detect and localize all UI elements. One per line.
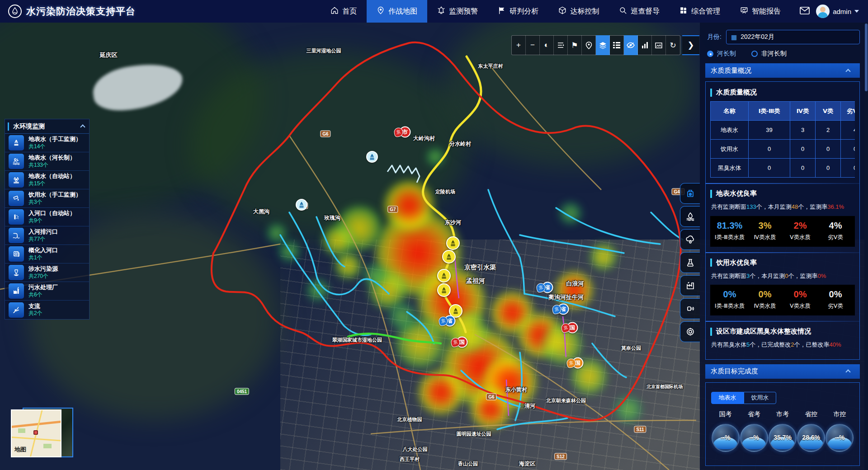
- panel-collapse-button[interactable]: ❯: [682, 35, 699, 55]
- nav-item-综合管理[interactable]: 综合管理: [670, 0, 730, 23]
- report-icon: [740, 6, 748, 16]
- auto-station-marker[interactable]: [296, 199, 307, 211]
- surface-water-station-marker[interactable]: [437, 269, 451, 282]
- caret-down-icon: [854, 10, 859, 13]
- user-menu[interactable]: admin: [816, 5, 859, 18]
- monitor-layer-item[interactable]: 概化入河口共1个: [5, 245, 89, 263]
- basemap-switcher[interactable]: 地图: [11, 406, 74, 461]
- nav-item-智能报告[interactable]: 智能报告: [730, 0, 791, 23]
- water-monitoring-panel: 水环境监测 地表水（手工监测）共14个地表水（河长制）共133个地表水（自动站）…: [5, 119, 90, 320]
- alarm-icon: [437, 6, 445, 16]
- statistics-icon[interactable]: [638, 35, 652, 55]
- monitor-layer-item[interactable]: 入河排污口共77个: [5, 226, 89, 245]
- quality-table: 名称 Ⅰ类-Ⅲ类 Ⅳ类 Ⅴ类 劣Ⅴ类 地表水 39 3 2 4 饮用水 0 0: [710, 101, 855, 178]
- auto-station-marker[interactable]: [366, 151, 378, 163]
- monitor-layer-item[interactable]: 地表水（河长制）共133个: [5, 152, 89, 171]
- fountain-icon: [9, 135, 24, 150]
- radio-river-chief[interactable]: 河长制: [707, 50, 736, 58]
- radio-non-river-chief[interactable]: 非河长制: [751, 50, 787, 58]
- target-card: 地表水 饮用水 国考--%省考--%市考35.7%省控28.6%市控--%: [705, 382, 860, 466]
- visibility-icon[interactable]: [624, 35, 638, 55]
- black-odor-summary: 共有黑臭水体5个，已完成整改2个，已整改率40%: [711, 340, 855, 349]
- flag-icon: [498, 6, 506, 16]
- assessment-section-marker[interactable]: 京市: [394, 127, 411, 138]
- map-toolbar: + − ◐ ⚑ ↻: [511, 35, 680, 55]
- drinking-rate-title: 饮用水优良率: [716, 258, 757, 267]
- rainfall-tool-icon[interactable]: [680, 229, 700, 250]
- target-gauges: 国考--%省考--%市考35.7%省控28.6%市控--%: [710, 410, 855, 452]
- assessment-section-marker[interactable]: 京省: [439, 315, 456, 327]
- monitor-layer-item[interactable]: 地表水（自动站）共15个: [5, 171, 89, 189]
- monitor-layer-item[interactable]: 支流共2个: [5, 301, 89, 319]
- scrollbar-thumb[interactable]: [865, 24, 868, 91]
- drinking-rate-stats: 0%Ⅰ类-Ⅲ类水质 0%Ⅳ类水质 0%Ⅴ类水质 0%劣Ⅴ类: [710, 285, 855, 315]
- chevron-up-icon: [845, 369, 850, 374]
- street-map-thumbnail[interactable]: 地图: [11, 409, 61, 457]
- snapshot-icon[interactable]: [652, 35, 666, 55]
- surface-water-station-marker[interactable]: [442, 250, 456, 263]
- drinking-water-icon: [9, 191, 24, 206]
- assessment-section-marker[interactable]: 京省: [552, 304, 569, 315]
- measure-icon[interactable]: [554, 35, 568, 55]
- target-tool-icon[interactable]: [680, 321, 700, 342]
- panel-accent-bar: [8, 122, 9, 131]
- zoom-in-icon[interactable]: +: [512, 35, 526, 55]
- assessment-section-marker[interactable]: 京国: [451, 337, 468, 348]
- legend-icon[interactable]: [610, 35, 624, 55]
- reset-icon[interactable]: ↻: [666, 35, 680, 55]
- outfall-icon: [9, 228, 24, 243]
- assessment-section-marker[interactable]: 京国: [561, 322, 578, 334]
- monitor-layer-item[interactable]: 涉水污染源共270个: [5, 263, 89, 282]
- monitor-layer-item[interactable]: 地表水（手工监测）共14个: [5, 134, 89, 152]
- month-value: 2022年02月: [741, 33, 774, 41]
- plant-tool-icon[interactable]: [680, 183, 700, 204]
- nav-item-达标控制[interactable]: 达标控制: [548, 0, 609, 23]
- sampling-tool-icon[interactable]: [680, 252, 700, 273]
- target-tabs: 地表水 饮用水: [711, 392, 855, 404]
- locate-icon[interactable]: [582, 35, 596, 55]
- nav-item-监测预警[interactable]: 监测预警: [427, 0, 488, 23]
- map-pin-icon: [377, 6, 385, 16]
- top-navigation: 水污染防治决策支持平台 首页作战地图监测预警研判分析达标控制巡查督导综合管理智能…: [0, 0, 868, 23]
- water-env-tool-icon[interactable]: [680, 206, 700, 227]
- chevron-up-icon[interactable]: [80, 124, 85, 129]
- monitor-layer-item[interactable]: 饮用水（手工监测）共3个: [5, 189, 89, 208]
- surface-rate-title: 地表水优良率: [716, 189, 757, 198]
- broadcast-tool-icon[interactable]: [680, 298, 700, 319]
- treatment-plant-icon: [9, 283, 24, 299]
- contrast-icon[interactable]: ◐: [540, 35, 554, 55]
- black-odor-title: 设区市建成区黑臭水体整改情况: [716, 327, 811, 336]
- nav-item-巡查督导[interactable]: 巡查督导: [609, 0, 670, 23]
- road-badge: 0451: [235, 388, 249, 395]
- assessment-section-marker[interactable]: 京省: [537, 282, 553, 293]
- assessment-section-marker[interactable]: 京国: [567, 357, 584, 369]
- section-header-quality[interactable]: 水质质量概况: [705, 63, 860, 78]
- drinking-rate-summary: 共有监测断面3个，本月监测0个，监测率0%: [711, 272, 855, 281]
- nav-item-研判分析[interactable]: 研判分析: [488, 0, 548, 23]
- radio-dot: [707, 51, 713, 57]
- zoom-out-icon[interactable]: −: [526, 35, 540, 55]
- road-badge: G6: [486, 394, 496, 400]
- avatar: [816, 5, 830, 18]
- plot-icon[interactable]: ⚑: [568, 35, 582, 55]
- nav-item-作战地图[interactable]: 作战地图: [367, 0, 427, 23]
- surface-rate-summary: 共有监测断面133个，本月监测48个，监测率36.1%: [711, 202, 855, 212]
- panel-scrollbar: [864, 23, 868, 470]
- month-label: 月份:: [707, 33, 722, 41]
- industry-tool-icon[interactable]: [680, 275, 700, 296]
- nav-item-首页[interactable]: 首页: [321, 0, 367, 23]
- nav-menu: 首页作战地图监测预警研判分析达标控制巡查督导综合管理智能报告: [321, 0, 791, 23]
- month-picker[interactable]: ▦ 2022年02月: [726, 30, 860, 44]
- tab-drinking-water[interactable]: 饮用水: [744, 392, 776, 404]
- tab-surface-water[interactable]: 地表水: [711, 392, 744, 404]
- monitor-layer-item[interactable]: 入河口（自动站）共9个: [5, 208, 89, 226]
- section-header-target[interactable]: 水质目标完成度: [705, 364, 860, 379]
- mail-icon[interactable]: [800, 7, 810, 16]
- layers-icon[interactable]: [596, 35, 610, 55]
- monitor-layer-item[interactable]: 污水处理厂共6个: [5, 282, 89, 301]
- quality-title: 水质质量概况: [716, 88, 757, 97]
- river-inlet-icon: [9, 209, 24, 225]
- surface-water-station-marker[interactable]: [437, 283, 451, 297]
- surface-water-station-marker[interactable]: [446, 236, 460, 250]
- auto-station-icon: [9, 172, 24, 188]
